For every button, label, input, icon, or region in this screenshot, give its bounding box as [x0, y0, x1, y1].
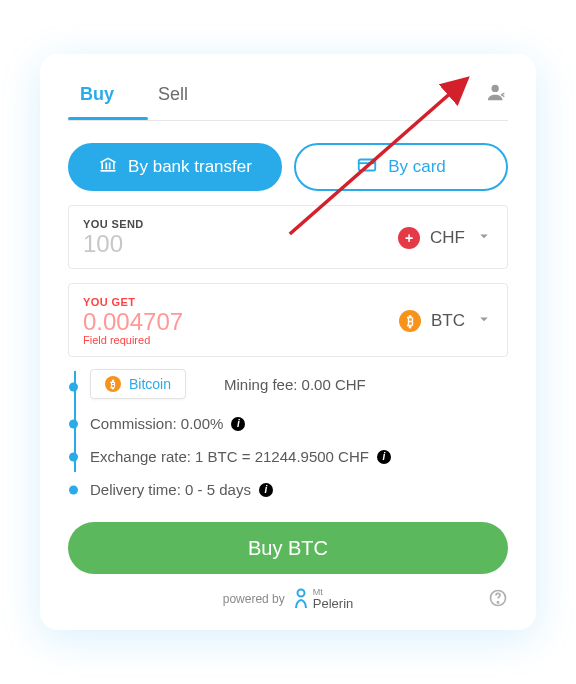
bank-icon — [98, 155, 118, 180]
network-row: ₿ Bitcoin Mining fee: 0.00 CHF — [90, 367, 508, 407]
tabs-row: Buy Sell — [68, 78, 508, 111]
network-chip[interactable]: ₿ Bitcoin — [90, 369, 186, 399]
chevron-down-icon — [475, 310, 493, 332]
svg-point-2 — [297, 590, 304, 597]
powered-by-label: powered by — [223, 592, 285, 606]
method-card-label: By card — [388, 157, 446, 177]
get-input[interactable] — [83, 308, 243, 336]
btc-icon: ₿ — [399, 310, 421, 332]
info-icon[interactable]: i — [231, 417, 245, 431]
svg-point-0 — [492, 84, 499, 91]
get-currency-selector[interactable]: ₿ BTC — [399, 310, 493, 332]
method-bank-transfer[interactable]: By bank transfer — [68, 143, 282, 191]
brand-bottom: Pelerin — [313, 596, 353, 611]
btc-icon: ₿ — [105, 376, 121, 392]
tabs-divider — [68, 120, 508, 121]
send-box: YOU SEND + CHF — [68, 205, 508, 269]
footer: powered by Mt Pelerin — [68, 588, 508, 610]
help-icon[interactable] — [488, 588, 508, 611]
send-currency-selector[interactable]: + CHF — [398, 227, 493, 249]
fee-timeline: ₿ Bitcoin Mining fee: 0.00 CHF Commissio… — [68, 367, 508, 506]
send-label: YOU SEND — [83, 218, 243, 230]
pelerin-icon — [293, 588, 309, 610]
network-name: Bitcoin — [129, 376, 171, 392]
tab-buy[interactable]: Buy — [76, 78, 118, 111]
svg-point-4 — [497, 601, 498, 602]
card-icon — [356, 154, 378, 181]
info-icon[interactable]: i — [259, 483, 273, 497]
method-card[interactable]: By card — [294, 143, 508, 191]
get-error: Field required — [83, 334, 243, 346]
info-icon[interactable]: i — [377, 450, 391, 464]
get-currency-code: BTC — [431, 311, 465, 331]
get-box: YOU GET Field required ₿ BTC — [68, 283, 508, 357]
rate-row: Exchange rate: 1 BTC = 21244.9500 CHF i — [90, 440, 508, 473]
commission-text: Commission: 0.00% — [90, 415, 223, 432]
send-currency-code: CHF — [430, 228, 465, 248]
chf-flag-icon: + — [398, 227, 420, 249]
method-bank-label: By bank transfer — [128, 157, 252, 177]
buy-button[interactable]: Buy BTC — [68, 522, 508, 574]
tab-sell[interactable]: Sell — [154, 78, 192, 111]
commission-row: Commission: 0.00% i — [90, 407, 508, 440]
delivery-text: Delivery time: 0 - 5 days — [90, 481, 251, 498]
chevron-down-icon — [475, 227, 493, 249]
delivery-row: Delivery time: 0 - 5 days i — [90, 473, 508, 506]
get-label: YOU GET — [83, 296, 243, 308]
svg-rect-1 — [359, 159, 376, 170]
login-icon[interactable] — [486, 82, 508, 108]
rate-text: Exchange rate: 1 BTC = 21244.9500 CHF — [90, 448, 369, 465]
send-input[interactable] — [83, 230, 243, 258]
mining-fee: Mining fee: 0.00 CHF — [224, 376, 366, 393]
payment-methods: By bank transfer By card — [68, 143, 508, 191]
pelerin-logo: Mt Pelerin — [293, 588, 353, 610]
tabs: Buy Sell — [68, 78, 192, 111]
exchange-widget: Buy Sell By bank transfer By card YOU SE… — [40, 54, 536, 630]
